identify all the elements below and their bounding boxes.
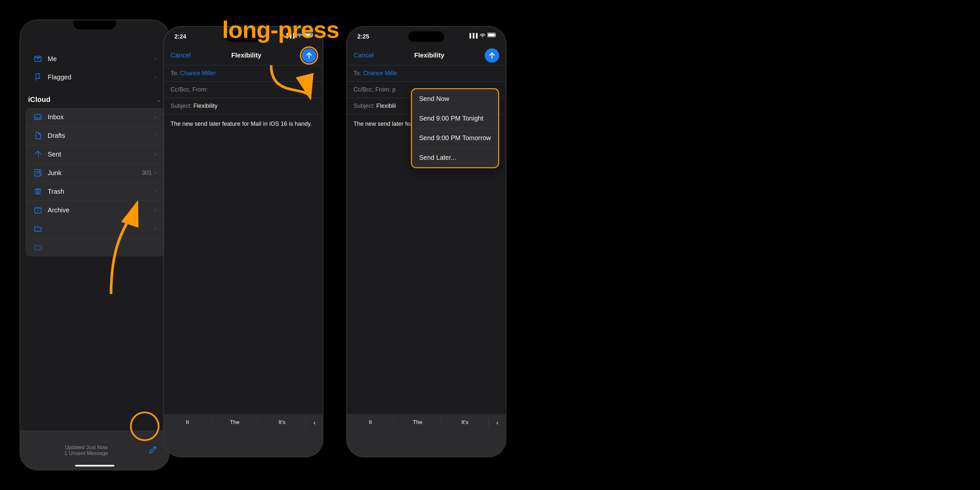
me-chevron: › [154, 56, 156, 62]
keyboard-back-button[interactable]: ‹ [306, 419, 323, 426]
phone3-to-value: Chance Mille [363, 70, 397, 76]
drafts-label: Drafts [48, 132, 154, 140]
sidebar-item-sent[interactable]: Sent › [25, 145, 164, 164]
phone2-send-container [302, 48, 316, 63]
phone3-subject-label: Subject: [353, 103, 376, 109]
phone3-keyboard-back-button[interactable]: ‹ [489, 419, 506, 426]
folder1-icon [33, 224, 43, 233]
flagged-chevron: › [154, 74, 156, 80]
suggestion-the[interactable]: The [212, 417, 259, 428]
suggestion-it[interactable]: It [164, 417, 212, 428]
icloud-chevron: ⌄ [156, 96, 161, 103]
trash-icon [33, 187, 43, 196]
archive-icon [33, 205, 43, 215]
phone3-suggestion-the[interactable]: The [394, 417, 442, 428]
phone2-compose-header: Cancel Flexibility [164, 46, 323, 65]
inbox-label: Inbox [48, 113, 154, 121]
phone3-compose-header: Cancel Flexibility [347, 46, 506, 65]
icloud-title: iCloud [28, 95, 156, 104]
sidebar-item-folder1[interactable]: › [25, 220, 164, 238]
phone2-fields: To: Chance Miller Cc/Bcc, From: Subject:… [164, 65, 323, 134]
subject-value: Flexibility [193, 103, 218, 109]
phone2-keyboard-suggestions: It The It's ‹ [164, 414, 323, 431]
compose-button[interactable] [145, 442, 161, 459]
phone3-time: 2:25 [357, 33, 369, 40]
phone3-subject-value: Flexibili [376, 103, 396, 109]
sidebar-item-trash[interactable]: Trash › [25, 182, 164, 201]
send-now-option[interactable]: Send Now [412, 89, 498, 109]
trash-label: Trash [48, 188, 154, 195]
phone2-cancel-button[interactable]: Cancel [170, 52, 191, 59]
junk-icon [33, 168, 43, 177]
home-indicator [75, 465, 115, 466]
phone1-notch [73, 20, 116, 29]
phone2-send-button[interactable] [302, 48, 316, 63]
to-label: To: [170, 70, 180, 76]
folder2-icon [33, 243, 43, 252]
phone3-keyboard [347, 431, 506, 457]
phone3-keyboard-suggestions: It The It's ‹ [347, 414, 506, 431]
phone3-send-container [485, 48, 499, 63]
phone3-send-later: 2:25 ▐▐▐ Cancel Flexibility [346, 26, 506, 457]
phone3-cancel-button[interactable]: Cancel [353, 52, 374, 59]
phone2-subject-field[interactable]: Subject: Flexibility [164, 98, 323, 115]
junk-label: Junk [48, 169, 142, 177]
suggestion-its[interactable]: It's [258, 417, 306, 428]
phone2-keyboard [164, 431, 323, 457]
phone2-body[interactable]: The new send later feature for Mail in i… [164, 115, 323, 134]
updated-text: Updated Just Now [28, 445, 145, 450]
phone3-to-field[interactable]: To: Chance Mille [347, 65, 506, 82]
sidebar-item-folder2[interactable]: › [25, 238, 164, 256]
ccbcc-label: Cc/Bcc, From: [170, 86, 208, 93]
phone2-time: 2:24 [175, 33, 186, 40]
svg-line-3 [40, 170, 40, 175]
phone2-title: Flexibility [191, 52, 302, 59]
icloud-section: Inbox › Drafts › Sent [25, 108, 164, 256]
phone3-send-button[interactable] [485, 48, 499, 63]
phone3-wifi-icon [480, 33, 485, 38]
svg-rect-8 [488, 33, 495, 36]
phone3-ccbcc-label: Cc/Bcc, From: p [353, 86, 396, 93]
send-tonight-option[interactable]: Send 9:00 PM Tonight [412, 109, 498, 128]
inbox-icon [33, 54, 43, 64]
phone3-signal-icon: ▐▐▐ [468, 33, 477, 38]
phone3-battery-icon [487, 33, 496, 38]
sidebar-item-archive[interactable]: Archive › [25, 201, 164, 220]
phone1-bottom-bar: Updated Just Now 1 Unsent Message [20, 431, 169, 470]
send-later-option[interactable]: Send Later... [412, 148, 498, 167]
sent-label: Sent [48, 151, 154, 158]
inbox-icon2 [33, 112, 43, 121]
me-label: Me [48, 55, 154, 63]
top-section: Me › Flagged › [20, 50, 169, 86]
flagged-label: Flagged [48, 73, 154, 81]
phone2-compose: 2:24 ▐▐▐ Cancel Flexibility [163, 26, 323, 457]
phone3-title: Flexibility [374, 52, 485, 59]
phone3-to-label: To: [353, 70, 363, 76]
phone3-dynamic-island [408, 31, 444, 42]
sidebar-item-inbox[interactable]: Inbox › [25, 108, 164, 126]
subject-label: Subject: [170, 103, 193, 109]
sidebar-item-me[interactable]: Me › [25, 50, 164, 68]
unsent-text: 1 Unsent Message [28, 450, 145, 457]
svg-rect-1 [35, 115, 41, 119]
drafts-icon [33, 131, 43, 140]
phone2-ccbcc-field[interactable]: Cc/Bcc, From: [164, 82, 323, 98]
phone3-suggestion-its[interactable]: It's [441, 417, 489, 428]
send-later-menu: Send Now Send 9:00 PM Tonight Send 9:00 … [411, 88, 499, 168]
phone2-to-field[interactable]: To: Chance Miller [164, 65, 323, 82]
phone3-status-icons: ▐▐▐ [468, 33, 496, 38]
sent-icon [33, 150, 43, 159]
icloud-header[interactable]: iCloud ⌄ [20, 90, 169, 107]
bottom-status: Updated Just Now 1 Unsent Message [28, 445, 145, 457]
sidebar-item-drafts[interactable]: Drafts › [25, 126, 164, 145]
archive-label: Archive [48, 207, 154, 214]
phone1-mail-sidebar: Me › Flagged › iCloud ⌄ [20, 20, 170, 470]
send-tomorrow-option[interactable]: Send 9:00 PM Tomorrow [412, 128, 498, 148]
flag-icon [33, 73, 43, 82]
phone3-suggestion-it[interactable]: It [347, 417, 394, 428]
junk-badge: 301 [142, 170, 152, 177]
sidebar-item-flagged[interactable]: Flagged › [25, 68, 164, 86]
longpress-annotation: long-press [222, 16, 339, 43]
sidebar-item-junk[interactable]: Junk 301 › [25, 164, 164, 182]
to-value: Chance Miller [180, 70, 216, 76]
